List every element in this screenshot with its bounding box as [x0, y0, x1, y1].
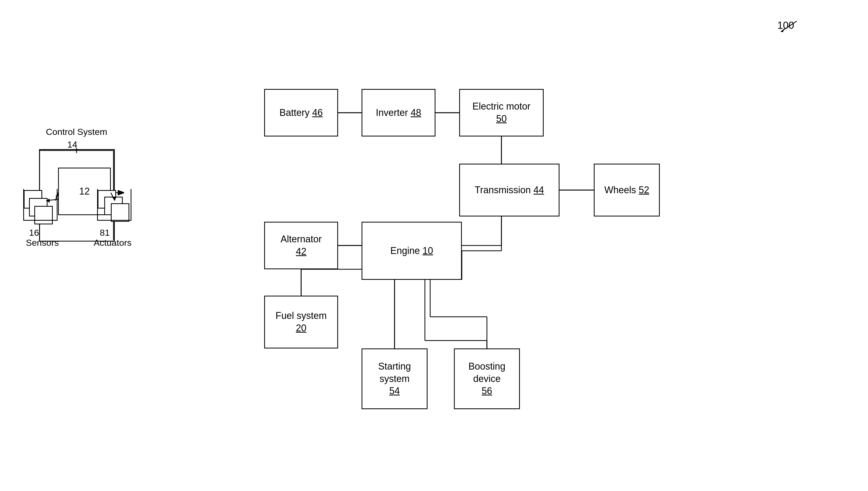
actuators-label-text: Actuators: [94, 238, 132, 248]
transmission-box: Transmission 44: [459, 164, 560, 216]
inverter-box: Inverter 48: [362, 89, 436, 137]
control-system-label: Control System: [32, 127, 121, 137]
actuators-brace: [97, 189, 131, 221]
electric-motor-box: Electric motor50: [459, 89, 544, 137]
diagram: 100: [0, 0, 868, 491]
engine-box: Engine 10: [362, 222, 462, 280]
fuel-system-box: Fuel system20: [264, 296, 338, 348]
boosting-device-box: Boostingdevice56: [454, 348, 520, 409]
battery-box: Battery 46: [264, 89, 338, 137]
starting-system-box: Startingsystem54: [362, 348, 427, 409]
control-system-number: 14: [67, 139, 77, 150]
sensors-brace: [23, 189, 58, 221]
wheels-box: Wheels 52: [594, 164, 660, 216]
actuators-label-num: 81: [100, 228, 110, 238]
sensors-label-num: 16: [29, 228, 39, 238]
sensors-label-text: Sensors: [26, 238, 59, 248]
alternator-box: Alternator42: [264, 222, 338, 269]
ref-arrow: [773, 16, 805, 37]
